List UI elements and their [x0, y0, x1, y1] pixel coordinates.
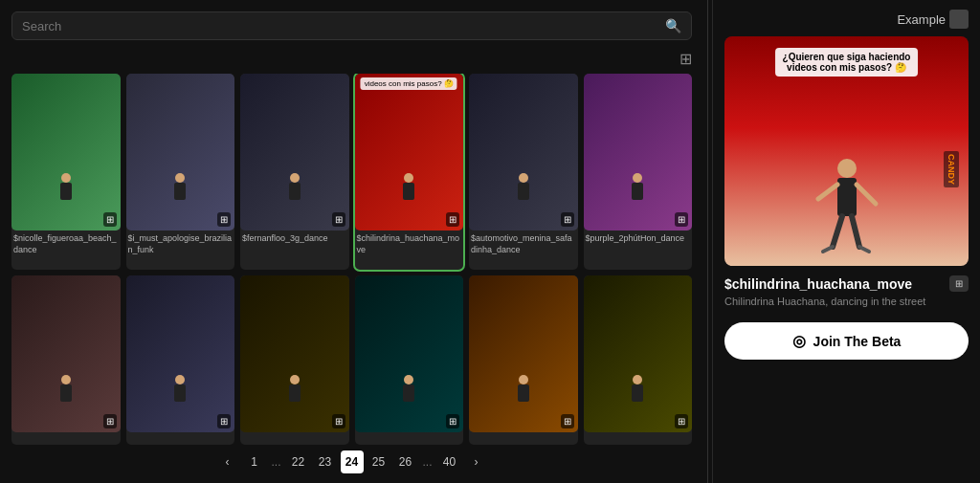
svg-rect-17: [289, 384, 301, 402]
svg-point-20: [519, 375, 528, 384]
svg-rect-23: [632, 384, 643, 402]
pagination-next[interactable]: ›: [465, 450, 488, 473]
thumb-copy-icon: ⊞: [103, 212, 117, 227]
video-thumbnail: ⊞: [584, 74, 693, 231]
grid-header: ⊞: [11, 50, 692, 68]
video-card-label: $nicolle_figueroaa_beach_dance: [11, 231, 121, 257]
pagination-page-26[interactable]: 26: [394, 450, 417, 473]
pagination-page-1[interactable]: 1: [242, 450, 265, 473]
video-card[interactable]: ⊞: [469, 275, 578, 445]
pagination-ellipsis: ...: [269, 455, 282, 469]
pagination-prev[interactable]: ‹: [215, 450, 238, 473]
thumb-copy-icon: ⊞: [217, 212, 231, 227]
preview-overlay-text: ¿Quieren que siga haciendovideos con mis…: [775, 48, 919, 77]
video-card[interactable]: ⊞$purple_2phútHon_dance: [584, 74, 693, 270]
video-thumbnail: ⊞: [355, 275, 464, 432]
video-card[interactable]: ⊞: [584, 275, 693, 445]
grid-view-icon[interactable]: ⊞: [679, 50, 692, 68]
svg-line-28: [833, 216, 842, 247]
svg-point-12: [61, 375, 71, 384]
video-title: $chilindrina_huachana_move: [724, 276, 912, 292]
svg-rect-19: [403, 384, 414, 402]
video-thumbnail: ⊞: [11, 275, 121, 432]
svg-rect-1: [60, 183, 72, 200]
video-thumbnail: ⊞: [11, 74, 121, 231]
join-beta-label: Join The Beta: [813, 334, 902, 349]
video-card[interactable]: ⊞$nicolle_figueroaa_beach_dance: [11, 74, 121, 270]
video-card-label: $purple_2phútHon_dance: [584, 231, 693, 247]
video-thumbnail: ⊞: [126, 275, 235, 432]
video-card[interactable]: ⊞$automotivo_menina_safadinha_dance: [469, 74, 578, 270]
svg-line-27: [857, 185, 876, 204]
search-bar[interactable]: 🔍: [11, 11, 692, 40]
join-beta-button[interactable]: ◎ Join The Beta: [724, 322, 969, 360]
pagination: ‹1...2223242526...40›: [11, 445, 692, 475]
svg-point-10: [633, 173, 642, 183]
video-thumbnail: videos con mis pasos? 🤔⊞: [355, 74, 464, 231]
svg-point-2: [175, 173, 185, 183]
thumb-copy-icon: ⊞: [561, 414, 574, 428]
thumb-tag: videos con mis pasos? 🤔: [361, 77, 457, 90]
svg-rect-5: [289, 183, 301, 200]
pagination-page-24[interactable]: 24: [341, 450, 364, 473]
example-label: Example: [897, 10, 969, 29]
right-header: Example: [724, 10, 969, 29]
thumb-copy-icon: ⊞: [217, 414, 231, 428]
video-thumbnail: ⊞: [469, 275, 578, 432]
thumb-copy-icon: ⊞: [446, 414, 459, 428]
pagination-page-40[interactable]: 40: [438, 450, 461, 473]
svg-point-4: [290, 173, 300, 183]
thumb-copy-icon: ⊞: [103, 414, 117, 428]
video-thumbnail: ⊞: [584, 275, 693, 432]
svg-rect-3: [174, 183, 186, 200]
discord-icon: ◎: [792, 332, 806, 350]
preview-figure: [804, 151, 890, 266]
thumb-copy-icon: ⊞: [332, 212, 345, 227]
video-card-label: $automotivo_menina_safadinha_dance: [469, 231, 578, 257]
svg-point-18: [404, 375, 413, 384]
svg-rect-11: [632, 183, 643, 200]
pagination-ellipsis: ...: [421, 455, 434, 469]
svg-point-24: [837, 159, 857, 178]
copy-button[interactable]: ⊞: [949, 275, 969, 292]
video-title-row: $chilindrina_huachana_move ⊞: [724, 275, 969, 292]
video-card[interactable]: ⊞$i_must_apologise_brazilian_funk: [126, 74, 235, 270]
svg-point-14: [175, 375, 185, 384]
video-thumbnail: ⊞: [240, 275, 349, 432]
svg-point-6: [404, 173, 413, 183]
svg-rect-21: [518, 384, 529, 402]
video-info: $chilindrina_huachana_move ⊞ Chilindrina…: [724, 266, 969, 313]
panel-divider: [707, 0, 708, 483]
svg-point-16: [290, 375, 300, 384]
right-panel: Example ¿Quieren que siga haciendovideos…: [712, 0, 980, 483]
svg-rect-13: [60, 384, 72, 402]
video-card[interactable]: videos con mis pasos? 🤔⊞$chilindrina_hua…: [355, 74, 464, 270]
video-card[interactable]: ⊞$fernanfloo_3g_dance: [240, 74, 349, 270]
video-card[interactable]: ⊞: [126, 275, 235, 445]
video-thumbnail: ⊞: [126, 74, 235, 231]
svg-point-0: [61, 173, 71, 183]
svg-line-29: [852, 216, 859, 247]
thumb-copy-icon: ⊞: [561, 212, 574, 227]
thumb-copy-icon: ⊞: [332, 414, 345, 428]
svg-line-26: [818, 185, 837, 199]
svg-point-22: [633, 375, 642, 384]
pagination-page-23[interactable]: 23: [314, 450, 337, 473]
video-card[interactable]: ⊞: [11, 275, 121, 445]
search-input[interactable]: [22, 19, 665, 33]
preview-video[interactable]: ¿Quieren que siga haciendovideos con mis…: [724, 36, 969, 266]
search-icon: 🔍: [665, 18, 681, 33]
svg-rect-7: [403, 183, 414, 200]
video-card-label: $fernanfloo_3g_dance: [240, 231, 349, 247]
pagination-page-22[interactable]: 22: [287, 450, 310, 473]
video-thumbnail: ⊞: [240, 74, 349, 231]
video-card[interactable]: ⊞: [240, 275, 349, 445]
pagination-page-25[interactable]: 25: [368, 450, 390, 473]
svg-point-8: [519, 173, 528, 183]
preview-inner: ¿Quieren que siga haciendovideos con mis…: [724, 36, 969, 266]
video-card-label: $i_must_apologise_brazilian_funk: [126, 231, 235, 257]
video-grid: ⊞$nicolle_figueroaa_beach_dance⊞$i_must_…: [11, 74, 692, 445]
video-card[interactable]: ⊞: [355, 275, 464, 445]
thumb-copy-icon: ⊞: [675, 414, 688, 428]
video-description: Chilindrina Huachana, dancing in the str…: [724, 296, 969, 307]
